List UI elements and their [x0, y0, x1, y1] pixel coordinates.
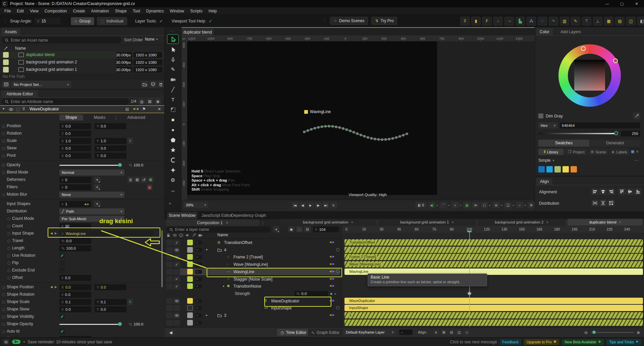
- camera-icon[interactable]: ◧: [637, 17, 644, 26]
- alpha-slider-track[interactable]: [538, 133, 618, 134]
- expand-panel-icon[interactable]: »: [169, 201, 171, 206]
- clear-icon[interactable]: ⊗: [154, 98, 161, 105]
- camera-count[interactable]: ◧0: [415, 202, 427, 208]
- frame-settings-icon[interactable]: ⊟: [304, 226, 311, 232]
- menu-edit[interactable]: Edit: [14, 7, 27, 15]
- layer-row-4[interactable]: ▾4: [164, 247, 341, 253]
- graph-editor-tab[interactable]: ∿Graph Editor: [308, 329, 343, 336]
- attr-tab-shape[interactable]: Shape: [59, 114, 83, 120]
- attr-field-x[interactable]: X0.0: [59, 153, 91, 159]
- layer-color-chip[interactable]: [187, 254, 193, 260]
- toggle-box-2[interactable]: [173, 298, 180, 304]
- attr-field-#[interactable]: #0.0: [59, 292, 91, 298]
- attr-connection-field[interactable]: ○WavingLine: [59, 231, 153, 237]
- layer-connect-icons[interactable]: ◀▶: [329, 299, 334, 302]
- attr-slider-track[interactable]: [59, 324, 120, 325]
- add-button[interactable]: +: [94, 184, 100, 190]
- project-set-dropdown[interactable]: No Project Set...▾: [11, 81, 71, 88]
- alpha-slider-knob[interactable]: [614, 131, 618, 135]
- arrow-right-icon[interactable]: ⇢: [504, 17, 514, 26]
- timeline-zoom-knob[interactable]: [592, 331, 596, 334]
- layer-connect-icons[interactable]: ◀▶: [329, 262, 334, 265]
- status-button-feedback[interactable]: Feedback: [500, 339, 521, 345]
- footer-align-icon-3[interactable]: ◫: [456, 329, 463, 335]
- viewport-zoom-dropdown[interactable]: 39%▾: [183, 202, 208, 208]
- collapse-all-icon[interactable]: ⊟: [123, 106, 131, 112]
- message-count-badge[interactable]: 9+: [12, 340, 20, 344]
- message-list-icon[interactable]: ▤: [3, 339, 9, 345]
- color-swatch[interactable]: [571, 166, 577, 172]
- layer-color-chip[interactable]: [187, 247, 193, 253]
- attr-keyframe-dot[interactable]: [7, 225, 10, 228]
- attr-count-field[interactable]: ≡0: [59, 184, 91, 190]
- layer-render-toggle[interactable]: [195, 270, 202, 274]
- resize-tool-icon[interactable]: ↔: [167, 186, 178, 195]
- pen-tool-icon[interactable]: [167, 55, 178, 64]
- attr-row-shape-position[interactable]: Shape Position◀▶X0.0Y0.0: [0, 284, 164, 291]
- attr-row-use-rotation[interactable]: Use Rotation✓: [0, 252, 164, 259]
- toggle-box-1[interactable]: [166, 320, 173, 326]
- link-icon[interactable]: ∞: [127, 299, 133, 305]
- frame-f-icon[interactable]: F: [482, 17, 492, 26]
- solo-ring-icon[interactable]: [336, 248, 339, 251]
- attr-slider-knob[interactable]: [118, 163, 122, 167]
- attr-count-field[interactable]: ≡0: [59, 177, 91, 183]
- audio-toggle[interactable]: ◀): [428, 202, 435, 208]
- timeline-bar-inputshape[interactable]: InputShape: [344, 305, 643, 311]
- attr-checkbox[interactable]: ✓: [59, 329, 65, 334]
- layer-render-toggle[interactable]: [195, 299, 202, 303]
- library-tab-labels[interactable]: ⬖Labels: [609, 149, 630, 155]
- layout-toggle[interactable]: ▦: [463, 202, 471, 208]
- expand-arrow-icon[interactable]: ▸: [525, 204, 526, 207]
- menu-dynamics[interactable]: Dynamics: [143, 7, 167, 15]
- group-toggle[interactable]: ⠶Group: [71, 17, 94, 25]
- attr-tab-masks[interactable]: Masks: [88, 114, 112, 120]
- attr-row-motion-blur[interactable]: Motion BlurNone▾: [0, 191, 164, 198]
- layer-connect-icons[interactable]: ◀▶: [329, 270, 334, 273]
- next-frame-button[interactable]: |▶: [315, 202, 322, 208]
- menu-window[interactable]: Window: [167, 7, 187, 15]
- asset-row[interactable]: background grid animation 130.00fps1920 …: [0, 66, 164, 73]
- attr-checkbox[interactable]: [59, 267, 65, 273]
- align-bottom-icon[interactable]: ⊥: [593, 17, 602, 26]
- attr-keyframe-dot[interactable]: [7, 262, 10, 265]
- toggle-box-1[interactable]: [166, 312, 173, 318]
- viewport-tool-help-check[interactable]: ✓: [209, 19, 212, 23]
- viewport-tab-duplicator-blend[interactable]: duplicator blend: [181, 29, 214, 36]
- snapshot-toggle[interactable]: ❏: [504, 202, 512, 208]
- deformer-box-icon[interactable]: ⊠: [134, 177, 140, 183]
- attr-keyframe-dot[interactable]: [2, 125, 5, 128]
- menu-file[interactable]: File: [1, 7, 14, 15]
- menu-create[interactable]: Create: [70, 7, 88, 15]
- layer-color-chip[interactable]: [187, 283, 193, 289]
- text-tool-icon[interactable]: T: [167, 95, 178, 104]
- attr-field-x[interactable]: X1.0: [59, 138, 91, 144]
- deformer-settings-icon[interactable]: ⚙: [148, 177, 154, 183]
- monitor-icon[interactable]: [149, 81, 157, 88]
- library-tab-project[interactable]: ❐Project: [565, 149, 587, 155]
- direct-select-tool-icon[interactable]: [167, 45, 178, 54]
- align-right-button[interactable]: [607, 188, 615, 195]
- hex-value-field[interactable]: 646464: [560, 122, 640, 129]
- pin-icon[interactable]: ⚑: [142, 107, 146, 111]
- attr-slider-knob[interactable]: [118, 322, 122, 326]
- timeline-bar-transitionoffset[interactable]: TransitionOffset: [344, 239, 643, 246]
- tab-add-layers[interactable]: Add Layers: [557, 28, 584, 35]
- scene-tab-javascript-editor[interactable]: JavaScript Editor: [200, 212, 233, 219]
- attr-field-y[interactable]: Y0.0: [95, 153, 126, 159]
- connect-prev-icon[interactable]: ◀: [50, 285, 53, 289]
- table-icon[interactable]: ▥: [560, 17, 569, 26]
- distribute-h-button[interactable]: [591, 200, 599, 206]
- record-icon[interactable]: ◉: [288, 226, 295, 232]
- toggle-box-1[interactable]: [166, 261, 173, 267]
- collapse-left-icon[interactable]: ◀: [167, 329, 175, 336]
- menu-shape[interactable]: Shape: [112, 7, 130, 15]
- color-swatch[interactable]: [562, 166, 569, 172]
- layer-render-toggle[interactable]: [195, 306, 202, 310]
- attr-field-y[interactable]: Y0.0: [95, 284, 126, 290]
- layer-search-input[interactable]: Enter a layer name: [167, 227, 271, 233]
- minimize-button[interactable]: —: [600, 0, 614, 7]
- attr-slider-track[interactable]: [59, 165, 120, 166]
- color-swatch[interactable]: [538, 166, 545, 172]
- sv-cursor[interactable]: [613, 58, 618, 63]
